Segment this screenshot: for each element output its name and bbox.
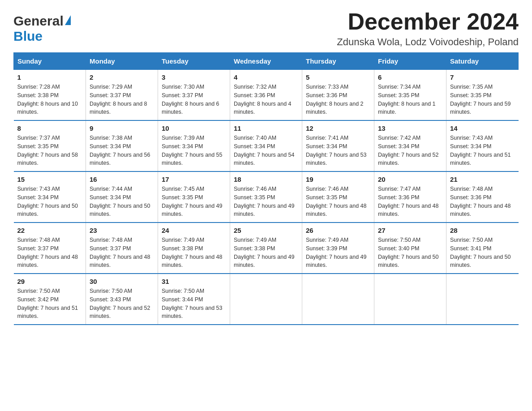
calendar-day-cell: 1Sunrise: 7:28 AMSunset: 3:38 PMDaylight… — [14, 70, 86, 121]
day-info: Sunrise: 7:43 AMSunset: 3:34 PMDaylight:… — [17, 185, 82, 218]
page-header: General Blue December 2024 Zdunska Wola,… — [13, 9, 519, 48]
calendar-day-cell: 17Sunrise: 7:45 AMSunset: 3:35 PMDayligh… — [158, 171, 230, 223]
calendar-table: Sunday Monday Tuesday Wednesday Thursday… — [13, 52, 519, 325]
calendar-day-cell: 22Sunrise: 7:48 AMSunset: 3:37 PMDayligh… — [14, 223, 86, 274]
calendar-day-cell: 23Sunrise: 7:48 AMSunset: 3:37 PMDayligh… — [86, 223, 158, 274]
day-info: Sunrise: 7:30 AMSunset: 3:37 PMDaylight:… — [162, 83, 226, 116]
calendar-day-cell: 20Sunrise: 7:47 AMSunset: 3:36 PMDayligh… — [374, 171, 446, 223]
calendar-day-cell — [230, 274, 302, 325]
day-info: Sunrise: 7:34 AMSunset: 3:35 PMDaylight:… — [378, 83, 442, 116]
day-number: 26 — [306, 227, 370, 234]
col-monday: Monday — [86, 53, 158, 70]
col-tuesday: Tuesday — [158, 53, 230, 70]
day-number: 9 — [90, 124, 154, 132]
day-number: 1 — [17, 73, 82, 81]
calendar-day-cell: 18Sunrise: 7:46 AMSunset: 3:35 PMDayligh… — [230, 171, 302, 223]
day-number: 8 — [17, 124, 82, 132]
day-info: Sunrise: 7:50 AMSunset: 3:44 PMDaylight:… — [162, 287, 226, 321]
day-info: Sunrise: 7:38 AMSunset: 3:34 PMDaylight:… — [90, 134, 154, 167]
calendar-week-row: 22Sunrise: 7:48 AMSunset: 3:37 PMDayligh… — [14, 223, 519, 274]
calendar-day-cell: 13Sunrise: 7:42 AMSunset: 3:34 PMDayligh… — [374, 120, 446, 171]
day-info: Sunrise: 7:35 AMSunset: 3:35 PMDaylight:… — [450, 83, 515, 116]
day-info: Sunrise: 7:32 AMSunset: 3:36 PMDaylight:… — [234, 83, 298, 116]
day-number: 12 — [306, 124, 370, 132]
logo-blue-text: Blue — [13, 29, 43, 43]
calendar-day-cell: 16Sunrise: 7:44 AMSunset: 3:34 PMDayligh… — [86, 171, 158, 223]
calendar-day-cell: 10Sunrise: 7:39 AMSunset: 3:34 PMDayligh… — [158, 120, 230, 171]
day-info: Sunrise: 7:50 AMSunset: 3:41 PMDaylight:… — [450, 236, 515, 270]
col-thursday: Thursday — [302, 53, 374, 70]
day-number: 14 — [450, 124, 515, 132]
day-number: 24 — [162, 227, 226, 234]
calendar-day-cell: 29Sunrise: 7:50 AMSunset: 3:42 PMDayligh… — [14, 274, 86, 325]
calendar-day-cell: 30Sunrise: 7:50 AMSunset: 3:43 PMDayligh… — [86, 274, 158, 325]
calendar-week-row: 29Sunrise: 7:50 AMSunset: 3:42 PMDayligh… — [14, 274, 519, 325]
day-number: 23 — [90, 227, 154, 234]
day-number: 30 — [90, 278, 154, 285]
logo-bottom-row: Blue — [13, 29, 43, 44]
calendar-day-cell: 25Sunrise: 7:49 AMSunset: 3:38 PMDayligh… — [230, 223, 302, 274]
calendar-day-cell: 4Sunrise: 7:32 AMSunset: 3:36 PMDaylight… — [230, 70, 302, 121]
day-info: Sunrise: 7:48 AMSunset: 3:37 PMDaylight:… — [17, 236, 82, 270]
calendar-day-cell: 28Sunrise: 7:50 AMSunset: 3:41 PMDayligh… — [446, 223, 519, 274]
calendar-day-cell: 2Sunrise: 7:29 AMSunset: 3:37 PMDaylight… — [86, 70, 158, 121]
calendar-day-cell: 31Sunrise: 7:50 AMSunset: 3:44 PMDayligh… — [158, 274, 230, 325]
calendar-day-cell: 5Sunrise: 7:33 AMSunset: 3:36 PMDaylight… — [302, 70, 374, 121]
day-info: Sunrise: 7:41 AMSunset: 3:34 PMDaylight:… — [306, 134, 370, 167]
day-info: Sunrise: 7:49 AMSunset: 3:38 PMDaylight:… — [162, 236, 226, 270]
title-block: December 2024 Zdunska Wola, Lodz Voivode… — [337, 9, 519, 48]
day-info: Sunrise: 7:37 AMSunset: 3:35 PMDaylight:… — [17, 134, 82, 167]
calendar-day-cell: 3Sunrise: 7:30 AMSunset: 3:37 PMDaylight… — [158, 70, 230, 121]
day-number: 20 — [378, 176, 442, 183]
day-info: Sunrise: 7:33 AMSunset: 3:36 PMDaylight:… — [306, 83, 370, 116]
day-info: Sunrise: 7:39 AMSunset: 3:34 PMDaylight:… — [162, 134, 226, 167]
day-info: Sunrise: 7:50 AMSunset: 3:42 PMDaylight:… — [17, 287, 82, 321]
day-info: Sunrise: 7:49 AMSunset: 3:38 PMDaylight:… — [234, 236, 298, 270]
day-number: 6 — [378, 73, 442, 81]
calendar-day-cell — [302, 274, 374, 325]
day-info: Sunrise: 7:42 AMSunset: 3:34 PMDaylight:… — [378, 134, 442, 167]
day-info: Sunrise: 7:48 AMSunset: 3:36 PMDaylight:… — [450, 185, 515, 218]
calendar-day-cell: 11Sunrise: 7:40 AMSunset: 3:34 PMDayligh… — [230, 120, 302, 171]
calendar-day-cell: 8Sunrise: 7:37 AMSunset: 3:35 PMDaylight… — [14, 120, 86, 171]
logo: General Blue — [13, 13, 71, 44]
calendar-day-cell: 14Sunrise: 7:43 AMSunset: 3:34 PMDayligh… — [446, 120, 519, 171]
day-number: 7 — [450, 73, 515, 81]
day-info: Sunrise: 7:50 AMSunset: 3:40 PMDaylight:… — [378, 236, 442, 270]
logo-general-text: General — [13, 13, 64, 29]
day-number: 11 — [234, 124, 298, 132]
col-wednesday: Wednesday — [230, 53, 302, 70]
day-info: Sunrise: 7:46 AMSunset: 3:35 PMDaylight:… — [234, 185, 298, 218]
day-number: 27 — [378, 227, 442, 234]
day-number: 16 — [90, 176, 154, 183]
day-number: 3 — [162, 73, 226, 81]
calendar-week-row: 15Sunrise: 7:43 AMSunset: 3:34 PMDayligh… — [14, 171, 519, 223]
day-info: Sunrise: 7:40 AMSunset: 3:34 PMDaylight:… — [234, 134, 298, 167]
day-number: 19 — [306, 176, 370, 183]
day-number: 18 — [234, 176, 298, 183]
calendar-day-cell: 6Sunrise: 7:34 AMSunset: 3:35 PMDaylight… — [374, 70, 446, 121]
day-number: 13 — [378, 124, 442, 132]
day-info: Sunrise: 7:44 AMSunset: 3:34 PMDaylight:… — [90, 185, 154, 218]
calendar-week-row: 1Sunrise: 7:28 AMSunset: 3:38 PMDaylight… — [14, 70, 519, 121]
col-saturday: Saturday — [446, 53, 519, 70]
col-friday: Friday — [374, 53, 446, 70]
calendar-subtitle: Zdunska Wola, Lodz Voivodeship, Poland — [337, 36, 519, 48]
col-sunday: Sunday — [14, 53, 86, 70]
day-info: Sunrise: 7:49 AMSunset: 3:39 PMDaylight:… — [306, 236, 370, 270]
day-number: 5 — [306, 73, 370, 81]
calendar-day-cell — [374, 274, 446, 325]
day-number: 15 — [17, 176, 82, 183]
calendar-day-cell: 7Sunrise: 7:35 AMSunset: 3:35 PMDaylight… — [446, 70, 519, 121]
calendar-day-cell: 12Sunrise: 7:41 AMSunset: 3:34 PMDayligh… — [302, 120, 374, 171]
day-number: 25 — [234, 227, 298, 234]
day-number: 28 — [450, 227, 515, 234]
header-row: Sunday Monday Tuesday Wednesday Thursday… — [14, 53, 519, 70]
day-info: Sunrise: 7:46 AMSunset: 3:35 PMDaylight:… — [306, 185, 370, 218]
day-number: 2 — [90, 73, 154, 81]
calendar-day-cell — [446, 274, 519, 325]
day-info: Sunrise: 7:29 AMSunset: 3:37 PMDaylight:… — [90, 83, 154, 116]
day-number: 4 — [234, 73, 298, 81]
calendar-week-row: 8Sunrise: 7:37 AMSunset: 3:35 PMDaylight… — [14, 120, 519, 171]
day-info: Sunrise: 7:47 AMSunset: 3:36 PMDaylight:… — [378, 185, 442, 218]
